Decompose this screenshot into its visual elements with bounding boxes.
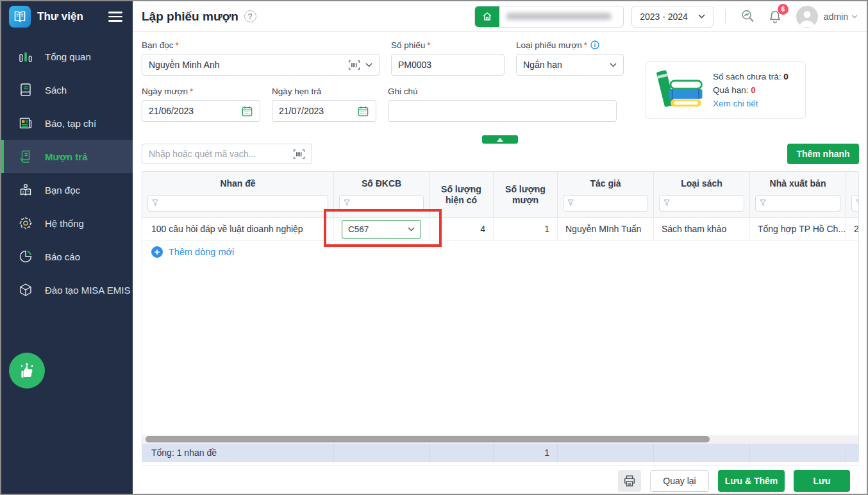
- column-header-loai-sach: Loại sách: [654, 172, 750, 218]
- info-icon[interactable]: [590, 40, 599, 49]
- sidebar-item-label: Báo cáo: [45, 251, 80, 262]
- chevron-down-icon: [365, 63, 372, 67]
- barcode-icon: [293, 149, 305, 159]
- chevron-down-icon: [408, 227, 415, 231]
- page-title: Lập phiếu mượn: [142, 10, 238, 24]
- sidebar-item-bao-cao[interactable]: Báo cáo: [1, 240, 133, 273]
- slip-type-select[interactable]: Ngắn hạn: [516, 54, 624, 76]
- book-icon: [17, 82, 34, 97]
- notifications-bell-icon[interactable]: 6: [767, 8, 783, 25]
- print-button[interactable]: [618, 470, 641, 492]
- sidebar-item-muon-tra[interactable]: Mượn trả: [1, 140, 133, 173]
- field-slip-type: Loại phiếu mượn* Ngắn hạn: [516, 38, 624, 76]
- field-borrow-date: Ngày mượn*: [142, 85, 260, 122]
- cell-loai-sach: Sách tham khảo: [654, 218, 750, 240]
- column-header-nha-xuat-ban: Nhà xuất bản: [750, 172, 846, 218]
- barcode-search-input[interactable]: [149, 149, 288, 159]
- help-icon[interactable]: ?: [244, 10, 256, 22]
- newspaper-icon: [17, 115, 34, 131]
- hamburger-menu-icon[interactable]: [108, 9, 122, 24]
- slip-no-input[interactable]: [398, 60, 497, 70]
- school-year-select[interactable]: 2023 - 2024: [631, 6, 714, 28]
- reader-select[interactable]: Nguyễn Minh Anh: [142, 54, 380, 76]
- sidebar: Thư viện Tổng quan Sách: [1, 1, 133, 494]
- thumbs-up-stars-icon: [16, 360, 38, 382]
- borrow-date-input[interactable]: [149, 106, 236, 116]
- cell-so-luong-muon: 1: [494, 218, 558, 240]
- unreturned-count: 0: [783, 72, 789, 81]
- collapse-form-button[interactable]: [482, 135, 518, 144]
- view-detail-link[interactable]: Xem chi tiết: [713, 97, 789, 110]
- field-reader: Bạn đọc* Nguyễn Minh Anh: [142, 38, 380, 76]
- reader-icon: [17, 182, 34, 197]
- borrow-return-icon: [17, 149, 34, 164]
- filter-input-nhan-de[interactable]: [147, 195, 328, 212]
- column-header-nam-xuat-ban: [846, 172, 859, 218]
- filter-funnel-icon: [856, 199, 859, 206]
- column-header-so-dkcb: Số ĐKCB: [334, 172, 430, 218]
- overdue-count: 0: [751, 85, 756, 95]
- borrow-items-table: Nhan đề Số ĐKCB Số lượng hiện có Số lượn…: [142, 171, 859, 462]
- sidebar-item-sach[interactable]: Sách: [1, 73, 133, 106]
- filter-funnel-icon: [567, 199, 574, 206]
- chevron-down-icon: [610, 63, 617, 67]
- filter-input-loai-sach[interactable]: [659, 195, 744, 212]
- table-header-row: Nhan đề Số ĐKCB Số lượng hiện có Số lượn…: [142, 172, 859, 218]
- sidebar-nav: Tổng quan Sách Báo, tạp chí: [1, 40, 133, 306]
- sidebar-item-label: Tổng quan: [45, 51, 91, 62]
- sidebar-item-tong-quan[interactable]: Tổng quan: [1, 40, 133, 73]
- calendar-icon[interactable]: [357, 105, 369, 117]
- search-icon[interactable]: [740, 8, 756, 25]
- sidebar-item-label: Bạn đọc: [45, 185, 80, 196]
- sidebar-item-label: Sách: [45, 85, 67, 96]
- notification-badge: 6: [778, 4, 789, 15]
- avatar[interactable]: [796, 6, 818, 28]
- column-header-tac-gia: Tác giả: [558, 172, 654, 218]
- column-header-nhan-de: Nhan đề: [142, 172, 334, 218]
- sidebar-item-label: Đào tạo MISA EMIS: [45, 285, 130, 296]
- sidebar-item-label: Báo, tạp chí: [45, 118, 96, 129]
- sidebar-item-bao-tap-chi[interactable]: Báo, tạp chí: [1, 106, 133, 140]
- cell-nam-xuat-ban: 20: [846, 218, 859, 240]
- sidebar-item-ban-doc[interactable]: Bạn đọc: [1, 173, 133, 206]
- field-due-date: Ngày hẹn trả: [272, 85, 376, 122]
- triangle-up-icon: [497, 138, 503, 142]
- due-date-input[interactable]: [279, 106, 352, 116]
- filter-input-nha-xuat-ban[interactable]: [755, 195, 840, 212]
- save-and-add-button[interactable]: Lưu & Thêm: [718, 470, 785, 492]
- dkcb-select[interactable]: C567: [342, 220, 421, 239]
- username[interactable]: admin: [824, 12, 848, 22]
- page-header: Lập phiếu mượn ? 2023 - 2024: [133, 1, 867, 32]
- add-row-link[interactable]: + Thêm dòng mới: [142, 240, 858, 263]
- scrollbar-thumb[interactable]: [146, 436, 710, 442]
- pie-chart-icon: [17, 249, 34, 264]
- sidebar-item-dao-tao-misa-emis[interactable]: Đào tạo MISA EMIS: [1, 273, 133, 306]
- printer-icon: [622, 474, 637, 488]
- cell-nha-xuat-ban: Tổng hợp TP Hồ Ch...: [750, 218, 846, 240]
- filter-funnel-icon: [760, 199, 766, 206]
- cell-so-luong-hien-co: 4: [430, 218, 494, 240]
- feedback-button[interactable]: [9, 353, 45, 389]
- horizontal-scrollbar: [142, 435, 858, 444]
- filter-input-tac-gia[interactable]: [563, 195, 648, 212]
- calendar-icon[interactable]: [241, 105, 253, 117]
- chevron-down-icon[interactable]: [851, 15, 858, 19]
- back-button[interactable]: Quay lại: [650, 470, 709, 492]
- quick-add-button[interactable]: Thêm nhanh: [787, 144, 859, 164]
- home-icon: [475, 6, 499, 27]
- sidebar-item-label: Hệ thống: [45, 218, 84, 229]
- save-button[interactable]: Lưu: [794, 470, 850, 492]
- reader-summary-card: Số sách chưa trả: 0 Quá hạn: 0 Xem chi t…: [646, 61, 806, 119]
- column-header-so-luong-hien-co: Số lượng hiện có: [430, 172, 494, 218]
- school-name-blurred: [506, 13, 612, 20]
- note-input[interactable]: [395, 106, 610, 116]
- school-selector[interactable]: [474, 6, 624, 28]
- books-stack-illustration: [653, 67, 706, 113]
- table-empty-space: [142, 263, 858, 435]
- main-area: Lập phiếu mượn ? 2023 - 2024: [133, 1, 867, 494]
- sidebar-item-he-thong[interactable]: Hệ thống: [1, 206, 133, 240]
- filter-funnel-icon: [664, 199, 670, 206]
- column-header-so-luong-muon: Số lượng mượn: [494, 172, 558, 218]
- filter-input-so-dkcb[interactable]: [339, 195, 424, 212]
- cell-tac-gia: Nguyễn MInh Tuấn: [558, 218, 654, 240]
